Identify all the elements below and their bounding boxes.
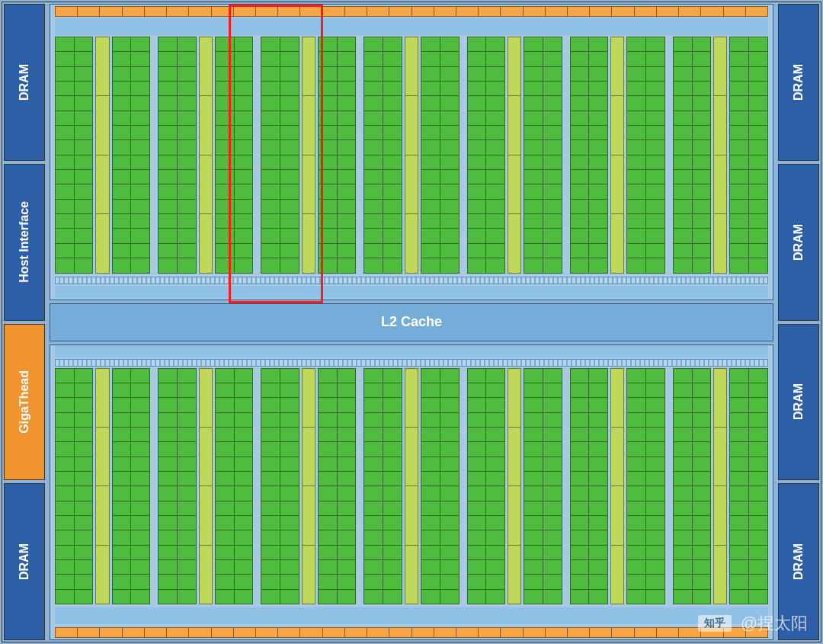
cuda-core-block <box>421 368 459 605</box>
cuda-core-block <box>570 37 608 274</box>
sfu-block <box>405 368 418 605</box>
side-block-label: DRAM <box>792 543 805 580</box>
gpc-band-top <box>50 4 773 300</box>
side-block-label: DRAM <box>792 64 805 101</box>
side-block-dram: DRAM <box>778 164 819 321</box>
sfu-block <box>95 368 109 605</box>
sfu-block <box>199 37 213 274</box>
sm-cluster <box>570 37 665 274</box>
scheduler-strip <box>55 18 768 35</box>
watermark: 知乎 @捏太阳 <box>698 612 808 635</box>
scheduler-strip <box>55 607 768 624</box>
raster-strip <box>55 627 768 638</box>
sm-cluster <box>467 368 562 605</box>
sfu-block <box>713 368 727 605</box>
cuda-core-block <box>467 37 505 274</box>
texture-strip <box>55 277 768 284</box>
sm-cluster <box>261 368 356 605</box>
cuda-core-block <box>158 37 196 274</box>
sm-cluster <box>55 37 150 274</box>
sm-cluster <box>363 37 459 274</box>
sfu-block <box>302 37 315 274</box>
cuda-core-block <box>158 368 196 605</box>
cuda-core-block <box>261 37 299 274</box>
cuda-core-block <box>215 368 253 605</box>
zhihu-logo-icon: 知乎 <box>698 615 732 632</box>
watermark-user: @捏太阳 <box>741 612 808 635</box>
cuda-core-block <box>729 368 767 605</box>
sfu-block <box>610 368 624 605</box>
gpc-band-bottom <box>50 344 773 641</box>
interconnect-strip <box>55 286 768 298</box>
sfu-block <box>199 368 213 605</box>
sm-cluster <box>261 37 356 274</box>
cuda-core-block <box>524 37 562 274</box>
sfu-block <box>302 368 315 605</box>
side-block-label: DRAM <box>18 64 31 101</box>
side-block-label: GigaThead <box>18 370 31 434</box>
sm-cluster <box>158 368 253 605</box>
cuda-core-block <box>421 37 459 274</box>
cuda-core-block <box>467 368 505 605</box>
side-block-label: DRAM <box>792 383 805 420</box>
gpu-block-diagram: DRAMHost InterfaceGigaTheadDRAM L2 Cache… <box>2 2 821 642</box>
left-side-column: DRAMHost InterfaceGigaTheadDRAM <box>2 2 46 642</box>
side-block-dram: DRAM <box>4 4 45 161</box>
l2-cache: L2 Cache <box>50 303 773 341</box>
sfu-block <box>610 37 624 274</box>
side-block-dram: DRAM <box>778 324 819 481</box>
sm-cluster <box>467 37 562 274</box>
sm-cluster <box>55 368 150 605</box>
cuda-core-block <box>673 368 711 605</box>
cuda-core-block <box>55 37 93 274</box>
interconnect-strip <box>55 345 768 357</box>
cuda-core-block <box>318 37 356 274</box>
sfu-block <box>713 37 727 274</box>
side-block-label: Host Interface <box>18 201 31 283</box>
cuda-core-block <box>363 37 402 274</box>
cuda-core-block <box>55 368 93 605</box>
sfu-block <box>405 37 418 274</box>
texture-strip <box>55 359 768 367</box>
l2-cache-label: L2 Cache <box>381 314 442 330</box>
cuda-core-block <box>215 37 253 274</box>
side-block-host-interface: Host Interface <box>4 164 45 321</box>
cuda-core-block <box>570 368 608 605</box>
sm-cluster <box>570 368 665 605</box>
cuda-core-block <box>673 37 711 274</box>
cuda-core-block <box>112 37 150 274</box>
cuda-core-block <box>261 368 299 605</box>
sfu-block <box>95 37 109 274</box>
side-block-label: DRAM <box>18 543 31 580</box>
raster-strip <box>55 6 768 17</box>
cuda-core-block <box>363 368 402 605</box>
sm-cluster <box>673 368 768 605</box>
right-side-column: DRAMDRAMDRAMDRAM <box>777 2 821 642</box>
sm-cluster <box>673 37 768 274</box>
sfu-block <box>508 368 521 605</box>
cuda-core-block <box>112 368 150 605</box>
side-block-dram: DRAM <box>4 483 45 640</box>
sm-row <box>55 368 768 605</box>
cuda-core-block <box>626 368 664 605</box>
center-area: L2 Cache <box>46 2 777 642</box>
side-block-dram: DRAM <box>778 4 819 161</box>
cuda-core-block <box>729 37 767 274</box>
sm-row <box>55 37 768 274</box>
cuda-core-block <box>318 368 356 605</box>
side-block-label: DRAM <box>792 224 805 261</box>
sfu-block <box>508 37 521 274</box>
sm-cluster <box>158 37 253 274</box>
cuda-core-block <box>626 37 664 274</box>
cuda-core-block <box>524 368 562 605</box>
side-block-gigathead: GigaThead <box>4 324 45 481</box>
sm-cluster <box>363 368 459 605</box>
